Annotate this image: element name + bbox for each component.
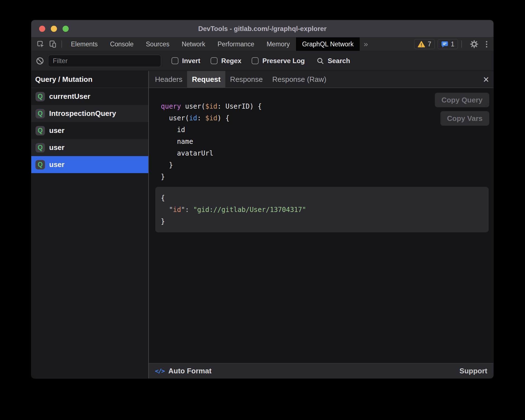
query-list-header: Query / Mutation <box>31 71 148 88</box>
controls-divider <box>461 40 462 48</box>
query-list-item[interactable]: Q currentUser <box>31 88 148 105</box>
toolbar-divider <box>61 40 62 48</box>
query-name: user <box>49 143 65 152</box>
request-content: query user($id: UserID) { user(id: $id) … <box>149 88 493 363</box>
titlebar: DevTools - gitlab.com/-/graphql-explorer <box>31 20 493 37</box>
preserve-log-label: Preserve Log <box>262 57 305 65</box>
query-type-badge: Q <box>35 109 45 118</box>
query-type-badge: Q <box>35 160 45 170</box>
query-list-panel: Query / Mutation Q currentUser Q Introsp… <box>31 71 149 378</box>
more-tabs-icon[interactable]: » <box>360 40 372 49</box>
code-token: : <box>197 114 205 122</box>
query-name: currentUser <box>49 92 90 101</box>
code-line: name <box>161 136 262 147</box>
tabbar-right-controls: 7 1 <box>414 39 490 49</box>
tab-sources[interactable]: Sources <box>140 37 175 51</box>
vars-line: { <box>161 192 483 204</box>
query-type-badge: Q <box>35 143 45 152</box>
devtools-window: DevTools - gitlab.com/-/graphql-explorer… <box>31 20 493 378</box>
tab-performance[interactable]: Performance <box>211 37 261 51</box>
tab-elements[interactable]: Elements <box>65 37 104 51</box>
detail-tabbar: Headers Request Response Response (Raw) … <box>149 71 493 88</box>
code-line: avatarUrl <box>161 147 262 159</box>
query-name: user <box>49 126 65 135</box>
query-type-badge: Q <box>35 92 45 101</box>
vars-token: " <box>181 206 185 214</box>
preserve-log-checkbox[interactable] <box>252 57 259 64</box>
regex-label: Regex <box>221 57 241 65</box>
query-list-item-selected[interactable]: Q user <box>31 156 148 173</box>
vars-token: " <box>161 206 173 214</box>
code-line: } <box>161 171 262 183</box>
inspect-element-icon[interactable] <box>36 40 45 48</box>
invert-checkbox-group[interactable]: Invert <box>171 57 200 65</box>
preserve-log-checkbox-group[interactable]: Preserve Log <box>252 57 305 65</box>
tab-network[interactable]: Network <box>176 37 211 51</box>
code-token: $id <box>205 102 217 110</box>
devtools-tabbar: Elements Console Sources Network Perform… <box>31 37 493 51</box>
code-token: : UserID) { <box>217 102 262 110</box>
close-panel-icon[interactable]: × <box>483 71 489 88</box>
window-title: DevTools - gitlab.com/-/graphql-explorer <box>31 25 493 33</box>
code-line: } <box>161 159 262 171</box>
filter-toolbar: Invert Regex Preserve Log Search <box>31 51 493 71</box>
issues-badge[interactable]: 1 <box>438 39 458 49</box>
search-control[interactable]: Search <box>316 57 350 65</box>
query-name: user <box>49 160 65 169</box>
desktop: { "window": { "title": "DevTools - gitla… <box>0 0 525 420</box>
regex-checkbox[interactable] <box>211 57 218 64</box>
copy-query-button[interactable]: Copy Query <box>435 93 489 107</box>
tab-response[interactable]: Response <box>225 71 268 88</box>
detail-panel: Headers Request Response Response (Raw) … <box>149 71 493 378</box>
support-link[interactable]: Support <box>459 367 487 375</box>
clear-block-icon[interactable] <box>36 57 44 65</box>
tab-memory[interactable]: Memory <box>261 37 296 51</box>
search-icon <box>316 57 324 65</box>
code-token: user( <box>181 102 205 110</box>
query-type-badge: Q <box>35 126 45 135</box>
query-variables-box: { "id": "gid://gitlab/User/13704317" } <box>155 187 489 232</box>
tab-headers[interactable]: Headers <box>150 71 187 88</box>
vars-token: id <box>173 206 181 214</box>
device-toolbar-icon[interactable] <box>49 40 57 48</box>
vars-token: : <box>185 206 193 214</box>
tab-request[interactable]: Request <box>187 71 225 88</box>
kebab-menu-icon[interactable] <box>484 41 490 47</box>
vars-token: "gid://gitlab/User/13704317" <box>193 206 306 214</box>
issues-count: 1 <box>451 40 454 48</box>
invert-checkbox[interactable] <box>171 57 178 64</box>
code-brackets-icon: </> <box>155 367 164 374</box>
query-name: IntrospectionQuery <box>49 109 116 118</box>
code-token: query <box>161 102 181 110</box>
query-list-item[interactable]: Q user <box>31 139 148 156</box>
warnings-badge[interactable]: 7 <box>414 39 435 49</box>
auto-format-button[interactable]: Auto Format <box>168 367 212 375</box>
tab-graphql-network[interactable]: GraphQL Network <box>296 37 360 51</box>
message-icon <box>441 41 448 48</box>
code-token: $id <box>205 114 217 122</box>
graphql-query-code: query user($id: UserID) { user(id: $id) … <box>161 101 262 183</box>
filter-input[interactable] <box>48 55 161 67</box>
warning-icon <box>418 41 425 47</box>
vars-line: } <box>161 216 483 227</box>
code-token: user( <box>161 114 189 122</box>
invert-label: Invert <box>182 57 200 65</box>
code-token: id <box>189 114 197 122</box>
query-list-item[interactable]: Q user <box>31 122 148 139</box>
copy-vars-button[interactable]: Copy Vars <box>440 111 489 126</box>
main-content: Query / Mutation Q currentUser Q Introsp… <box>31 71 493 378</box>
detail-footer: </> Auto Format Support <box>149 363 493 378</box>
regex-checkbox-group[interactable]: Regex <box>211 57 241 65</box>
code-line: id <box>161 124 262 136</box>
tab-response-raw[interactable]: Response (Raw) <box>268 71 331 88</box>
query-list-item[interactable]: Q IntrospectionQuery <box>31 105 148 122</box>
search-label: Search <box>328 57 350 65</box>
settings-gear-icon[interactable] <box>467 40 481 49</box>
code-token: ) { <box>217 114 229 122</box>
warnings-count: 7 <box>428 40 431 48</box>
tab-console[interactable]: Console <box>104 37 140 51</box>
